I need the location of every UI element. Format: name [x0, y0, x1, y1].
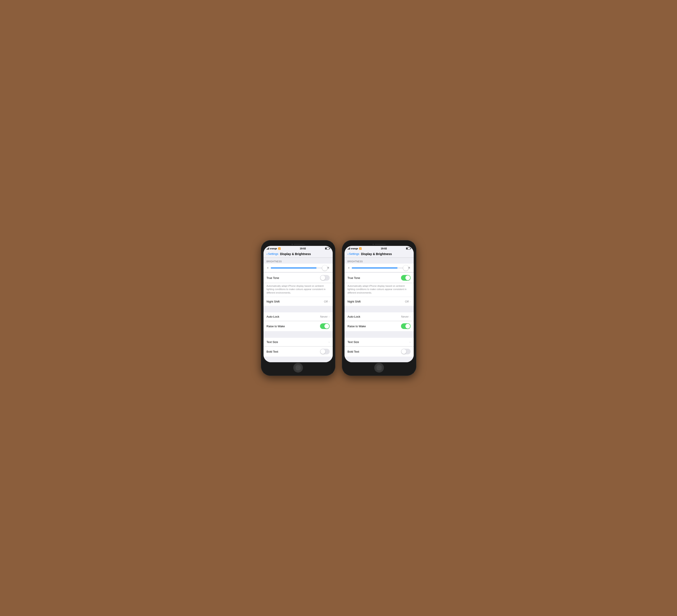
raise-to-wake-label-left: Raise to Wake [267, 325, 285, 328]
brightness-row-left[interactable]: ☀ ☀ [264, 264, 333, 272]
night-shift-row-right[interactable]: Night Shift Off › [345, 297, 414, 306]
auto-lock-right-left: Never › [320, 315, 329, 318]
signal-bars [267, 247, 269, 250]
battery-fill-left [325, 248, 326, 249]
night-shift-label-right: Night Shift [348, 300, 361, 303]
signal-bar-3 [268, 248, 268, 250]
content-left: BRIGHTNESS ☀ ☀ True Tone [264, 258, 333, 362]
true-tone-row-left[interactable]: True Tone [264, 273, 333, 283]
brightness-group-left: ☀ ☀ [264, 264, 333, 272]
bold-text-thumb-left [320, 349, 325, 354]
speaker-grille [294, 244, 305, 245]
home-button-left[interactable] [293, 363, 303, 373]
time-left: 19:02 [300, 247, 306, 250]
signal-bar-2 [267, 248, 268, 250]
carrier-name-right: orange [351, 247, 358, 250]
bold-text-row-left[interactable]: Bold Text [264, 346, 333, 357]
wifi-icon-right: 📶 [359, 247, 362, 250]
night-shift-chevron-left: › [328, 300, 329, 303]
separator-3-right [345, 357, 414, 362]
phone-top-speaker-right [345, 243, 414, 246]
raise-to-wake-toggle-left[interactable] [320, 323, 330, 329]
sun-small-icon-left: ☀ [267, 267, 269, 270]
back-label-left: Settings [268, 252, 278, 255]
bold-text-label-left: Bold Text [267, 350, 278, 353]
true-tone-desc-left: Automatically adapt iPhone display based… [264, 283, 333, 297]
brightness-group-right: ☀ ☀ [345, 264, 414, 272]
raise-to-wake-label-right: Raise to Wake [348, 325, 366, 328]
text-size-row-left[interactable]: Text Size › [264, 338, 333, 346]
nav-bar-left: ‹ Settings Display & Brightness [264, 251, 333, 258]
bold-text-label-right: Bold Text [348, 350, 359, 353]
front-camera [291, 244, 293, 245]
bold-text-toggle-right[interactable] [401, 349, 411, 354]
true-tone-group-right: True Tone Automatically adapt iPhone dis… [345, 273, 414, 297]
back-button-left[interactable]: ‹ Settings [267, 252, 278, 256]
text-size-row-right[interactable]: Text Size › [345, 338, 414, 346]
phone-bottom-right [345, 362, 414, 373]
bold-text-toggle-left[interactable] [320, 349, 330, 354]
nav-title-right: Display & Brightness [361, 252, 392, 256]
separator-2-right [345, 332, 414, 338]
signal-bar-1 [267, 249, 267, 250]
home-button-inner-right [377, 366, 381, 370]
auto-lock-value-right: Never [401, 315, 409, 318]
raise-to-wake-thumb-left [324, 324, 329, 329]
night-shift-group-left: Night Shift Off › [264, 297, 333, 306]
separator-1-right [345, 306, 414, 313]
phones-container: orange 📶 19:02 ‹ Settings Display & Brig… [261, 240, 416, 376]
brightness-row-right[interactable]: ☀ ☀ [345, 264, 414, 272]
auto-lock-value-left: Never [320, 315, 328, 318]
home-button-right[interactable] [374, 363, 384, 373]
auto-lock-row-right[interactable]: Auto-Lock Never › [345, 313, 414, 321]
text-group-left: Text Size › Bold Text [264, 338, 333, 357]
nav-bar-right: ‹ Settings Display & Brightness [345, 251, 414, 258]
auto-lock-chevron-right: › [410, 315, 410, 318]
true-tone-label-right: True Tone [348, 276, 360, 280]
nav-title-left: Display & Brightness [280, 252, 311, 256]
text-group-right: Text Size › Bold Text [345, 338, 414, 357]
text-size-chevron-right: › [410, 340, 410, 344]
phone-left: orange 📶 19:02 ‹ Settings Display & Brig… [261, 240, 335, 376]
true-tone-toggle-left[interactable] [320, 275, 330, 281]
battery-icon-right [406, 247, 410, 250]
true-tone-thumb-left [320, 275, 325, 280]
speaker-grille-right [375, 244, 386, 245]
auto-lock-row-left[interactable]: Auto-Lock Never › [264, 313, 333, 321]
true-tone-row-right[interactable]: True Tone [345, 273, 414, 283]
brightness-thumb-right [403, 265, 408, 271]
battery-icon-left [325, 247, 329, 250]
front-camera-right [372, 244, 374, 245]
battery-fill-right [406, 248, 408, 249]
auto-lock-chevron-left: › [328, 315, 329, 318]
time-right: 19:02 [381, 247, 387, 250]
status-right-right [406, 247, 410, 250]
true-tone-toggle-right[interactable] [401, 275, 411, 281]
carrier-name-left: orange [270, 247, 277, 250]
auto-lock-label-left: Auto-Lock [267, 315, 279, 318]
night-shift-label-left: Night Shift [267, 300, 280, 303]
separator-3-left [264, 357, 333, 362]
text-size-right-left: › [328, 340, 329, 344]
raise-to-wake-toggle-right[interactable] [401, 323, 411, 329]
separator-2-left [264, 332, 333, 338]
night-shift-row-left[interactable]: Night Shift Off › [264, 297, 333, 306]
brightness-slider-right[interactable] [352, 268, 406, 269]
status-bar-left: orange 📶 19:02 [264, 246, 333, 251]
bold-text-row-right[interactable]: Bold Text [345, 346, 414, 357]
text-size-label-left: Text Size [267, 340, 278, 344]
brightness-thumb-left [322, 265, 327, 271]
raise-to-wake-row-right[interactable]: Raise to Wake [345, 321, 414, 331]
back-button-right[interactable]: ‹ Settings [348, 252, 359, 256]
signal-bars-right [348, 247, 350, 250]
signal-bar-2-right [348, 248, 349, 250]
text-size-label-right: Text Size [348, 340, 359, 344]
brightness-fill-left [271, 268, 317, 269]
brightness-header-right: BRIGHTNESS [345, 258, 414, 264]
wifi-icon-left: 📶 [278, 247, 281, 250]
night-shift-right-left: Off › [324, 300, 329, 303]
night-shift-group-right: Night Shift Off › [345, 297, 414, 306]
true-tone-desc-right: Automatically adapt iPhone display based… [345, 283, 414, 297]
raise-to-wake-row-left[interactable]: Raise to Wake [264, 321, 333, 331]
brightness-slider-left[interactable] [271, 268, 325, 269]
